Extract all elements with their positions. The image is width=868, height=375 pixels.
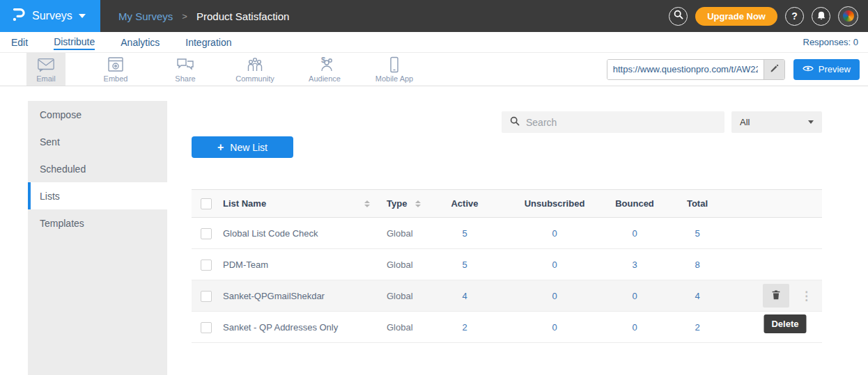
table-row: Sanket - QP Addresses Only Global 2 0 0 … (192, 312, 822, 343)
survey-link-group: Preview (607, 53, 860, 86)
community-icon (246, 55, 264, 73)
sidebar-item-compose[interactable]: Compose (28, 101, 167, 128)
sort-icon[interactable] (415, 200, 421, 207)
preview-button[interactable]: Preview (793, 59, 860, 80)
list-name-link[interactable]: Global List Code Check (223, 228, 380, 239)
kebab-menu-icon[interactable]: ⋮ (800, 290, 812, 302)
pencil-icon (770, 63, 779, 76)
breadcrumb-my-surveys[interactable]: My Surveys (118, 10, 173, 22)
unsubscribed-count[interactable]: 0 (503, 291, 606, 301)
column-header-type[interactable]: Type (380, 198, 426, 209)
table-row: Sanket-QPGmailShekdar Global 4 0 0 4 Del… (192, 280, 822, 312)
bounced-count[interactable]: 0 (606, 228, 663, 239)
page-title: Product Satisfaction (196, 10, 289, 22)
tab-edit[interactable]: Edit (11, 35, 28, 49)
preview-label: Preview (819, 64, 851, 74)
mobile-app-icon (389, 55, 400, 73)
tab-distribute[interactable]: Distribute (54, 35, 95, 50)
distribute-toolbar: Email Embed Share (0, 53, 868, 86)
active-count-link[interactable]: 5 (426, 228, 503, 239)
sidebar-item-sent[interactable]: Sent (28, 128, 167, 155)
row-checkbox[interactable] (201, 228, 212, 239)
upgrade-now-button[interactable]: Upgrade Now (695, 7, 777, 26)
select-all-checkbox[interactable] (201, 198, 212, 209)
toolbar-item-embed[interactable]: Embed (96, 53, 135, 86)
list-search-box (502, 111, 724, 133)
user-avatar[interactable] (838, 6, 858, 26)
list-type: Global (380, 260, 426, 270)
toolbar-item-community[interactable]: Community (235, 53, 274, 86)
column-header-bounced: Bounced (606, 198, 663, 209)
sort-icon[interactable] (364, 200, 370, 207)
plus-icon: + (217, 141, 224, 154)
total-count-link[interactable]: 2 (663, 322, 731, 333)
eye-icon (803, 64, 814, 74)
unsubscribed-count[interactable]: 0 (503, 228, 606, 239)
list-filter-dropdown[interactable]: All (731, 111, 822, 133)
list-type: Global (380, 228, 426, 239)
row-checkbox[interactable] (201, 291, 212, 302)
audience-icon: $ (316, 55, 334, 73)
total-count-link[interactable]: 8 (663, 260, 731, 270)
list-type: Global (380, 322, 426, 333)
lists-table: List Name Type Active Unsubscribed Bounc… (192, 189, 822, 343)
row-actions: Delete ⋮ (731, 284, 822, 308)
toolbar-item-share[interactable]: Share (166, 53, 205, 86)
row-checkbox[interactable] (201, 322, 212, 333)
search-input[interactable] (526, 117, 724, 128)
list-name-link[interactable]: PDM-Team (223, 260, 380, 270)
embed-icon (107, 55, 124, 73)
toolbar-item-label: Embed (104, 74, 128, 83)
survey-url-input[interactable] (607, 60, 764, 79)
help-icon: ? (791, 10, 798, 22)
sidebar-item-lists[interactable]: Lists (28, 182, 167, 209)
active-count-link[interactable]: 2 (426, 322, 503, 333)
email-icon (37, 55, 55, 73)
toolbar-item-mobile-app[interactable]: Mobile App (375, 53, 414, 86)
new-list-button[interactable]: + New List (192, 136, 293, 158)
new-list-label: New List (230, 142, 268, 153)
bell-icon (816, 10, 826, 23)
bounced-count[interactable]: 0 (606, 291, 663, 301)
toolbar-item-label: Mobile App (375, 74, 413, 83)
active-count-link[interactable]: 4 (426, 291, 503, 301)
list-type: Global (380, 291, 426, 301)
notifications-button[interactable] (812, 7, 830, 26)
column-header-unsubscribed: Unsubscribed (503, 198, 606, 209)
total-count-link[interactable]: 4 (663, 291, 731, 301)
bounced-count[interactable]: 0 (606, 322, 663, 333)
list-name-link[interactable]: Sanket - QP Addresses Only (223, 322, 380, 333)
avatar-image (843, 10, 854, 22)
top-actions: Upgrade Now ? (669, 6, 858, 26)
list-name-link[interactable]: Sanket-QPGmailShekdar (223, 291, 380, 301)
unsubscribed-count[interactable]: 0 (503, 322, 606, 333)
total-count-link[interactable]: 5 (663, 228, 731, 239)
responses-count: Responses: 0 (803, 37, 859, 47)
delete-list-button[interactable]: Delete (763, 284, 789, 308)
surveys-menu[interactable]: Surveys (0, 0, 100, 32)
questionpro-logo-icon (10, 6, 26, 26)
search-button[interactable] (669, 7, 688, 26)
sidebar-item-scheduled[interactable]: Scheduled (28, 155, 167, 182)
edit-url-button[interactable] (764, 60, 784, 79)
column-header-list-name[interactable]: List Name (223, 198, 380, 209)
chevron-down-icon (808, 120, 814, 124)
active-count-link[interactable]: 5 (426, 260, 503, 270)
tab-integration[interactable]: Integration (185, 35, 231, 49)
unsubscribed-count[interactable]: 0 (503, 260, 606, 270)
tab-analytics[interactable]: Analytics (121, 35, 160, 49)
bounced-count[interactable]: 3 (606, 260, 663, 270)
chevron-down-icon (79, 14, 86, 18)
toolbar-item-audience[interactable]: $ Audience (305, 53, 344, 86)
survey-tab-nav: Edit Distribute Analytics Integration Re… (0, 32, 868, 53)
breadcrumb-separator: > (182, 11, 187, 22)
help-button[interactable]: ? (785, 7, 804, 26)
top-bar: Surveys My Surveys > Product Satisfactio… (0, 0, 868, 32)
sidebar-item-templates[interactable]: Templates (28, 209, 167, 237)
trash-icon (770, 289, 782, 303)
row-checkbox[interactable] (201, 260, 212, 271)
email-sidebar: Compose Sent Scheduled Lists Templates (28, 101, 167, 375)
delete-tooltip: Delete (764, 314, 806, 333)
toolbar-item-email[interactable]: Email (26, 53, 65, 86)
search-icon (502, 116, 526, 129)
